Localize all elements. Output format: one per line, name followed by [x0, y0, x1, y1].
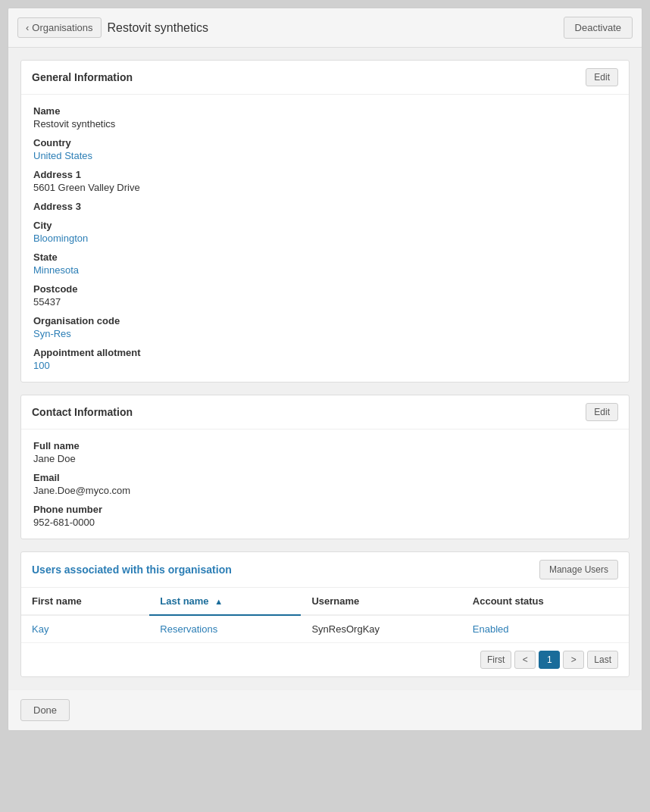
general-info-edit-button[interactable]: Edit: [586, 68, 618, 86]
field-label-name: Name: [33, 105, 617, 117]
header-bar: ‹ Organisations Restovit synthetics Deac…: [8, 8, 642, 48]
field-address1: Address 1 5601 Green Valley Drive: [33, 169, 617, 193]
pagination-last-button[interactable]: Last: [587, 651, 618, 669]
field-value-fullname: Jane Doe: [33, 453, 617, 464]
field-label-org-code: Organisation code: [33, 315, 617, 326]
field-label-city: City: [33, 220, 617, 231]
field-value-org-code[interactable]: Syn-Res: [33, 328, 617, 339]
contact-info-header: Contact Information Edit: [21, 395, 629, 429]
col-last-name-label: Last name: [160, 595, 208, 607]
header-left: ‹ Organisations Restovit synthetics: [17, 17, 208, 38]
field-label-address1: Address 1: [33, 169, 617, 180]
field-value-name: Restovit synthetics: [33, 118, 617, 130]
general-info-title: General Information: [32, 71, 133, 83]
field-name: Name Restovit synthetics: [33, 105, 617, 130]
pagination-first-button[interactable]: First: [480, 651, 511, 669]
field-value-city[interactable]: Bloomington: [33, 233, 617, 244]
pagination-prev-button[interactable]: <: [514, 651, 536, 669]
page-container: ‹ Organisations Restovit synthetics Deac…: [8, 8, 642, 731]
col-account-status[interactable]: Account status: [462, 588, 629, 615]
users-section-title: Users associated with this organisation: [32, 564, 232, 576]
general-info-card: General Information Edit Name Restovit s…: [20, 60, 630, 383]
manage-users-button[interactable]: Manage Users: [539, 560, 618, 579]
table-header-row: First name Last name ▲ Username Account …: [21, 588, 629, 615]
field-address3: Address 3: [33, 201, 617, 212]
field-value-country[interactable]: United States: [33, 150, 617, 161]
col-username-label: Username: [311, 595, 359, 607]
col-username[interactable]: Username: [301, 588, 461, 615]
field-phone: Phone number 952-681-0000: [33, 504, 617, 528]
back-button[interactable]: ‹ Organisations: [17, 17, 102, 38]
field-value-postcode: 55437: [33, 296, 617, 308]
contact-info-edit-button[interactable]: Edit: [586, 403, 618, 421]
pagination: First < 1 > Last: [21, 643, 629, 676]
done-button[interactable]: Done: [20, 699, 70, 721]
field-postcode: Postcode 55437: [33, 283, 617, 308]
field-label-postcode: Postcode: [33, 283, 617, 295]
general-info-body: Name Restovit synthetics Country United …: [21, 95, 629, 382]
field-value-address1: 5601 Green Valley Drive: [33, 182, 617, 193]
contact-info-card: Contact Information Edit Full name Jane …: [20, 395, 630, 539]
field-value-appointment-allotment[interactable]: 100: [33, 360, 617, 371]
field-appointment-allotment: Appointment allotment 100: [33, 347, 617, 371]
pagination-next-button[interactable]: >: [563, 651, 584, 669]
field-label-state: State: [33, 251, 617, 263]
field-fullname: Full name Jane Doe: [33, 440, 617, 464]
field-value-email: Jane.Doe@myco.com: [33, 485, 617, 496]
table-row: Kay Reservations SynResOrgKay Enabled: [21, 615, 629, 643]
field-state: State Minnesota: [33, 251, 617, 276]
field-label-phone: Phone number: [33, 504, 617, 515]
page-title: Restovit synthetics: [108, 21, 208, 35]
deactivate-button[interactable]: Deactivate: [564, 17, 633, 39]
col-last-name[interactable]: Last name ▲: [149, 588, 301, 615]
col-account-status-label: Account status: [473, 595, 544, 607]
field-country: Country United States: [33, 137, 617, 161]
cell-last-name[interactable]: Reservations: [149, 615, 301, 643]
field-email: Email Jane.Doe@myco.com: [33, 472, 617, 496]
cell-first-name[interactable]: Kay: [21, 615, 149, 643]
back-label: Organisations: [32, 22, 92, 33]
cell-account-status: Enabled: [462, 615, 629, 643]
field-label-address3: Address 3: [33, 201, 617, 212]
users-card-header: Users associated with this organisation …: [21, 552, 629, 588]
field-value-state[interactable]: Minnesota: [33, 264, 617, 276]
sort-up-icon: ▲: [214, 597, 223, 606]
field-org-code: Organisation code Syn-Res: [33, 315, 617, 339]
chevron-left-icon: ‹: [26, 22, 29, 33]
users-table-container: First name Last name ▲ Username Account …: [21, 588, 629, 643]
cell-username: SynResOrgKay: [301, 615, 461, 643]
field-label-appointment-allotment: Appointment allotment: [33, 347, 617, 358]
users-card: Users associated with this organisation …: [20, 551, 630, 677]
field-label-country: Country: [33, 137, 617, 148]
field-city: City Bloomington: [33, 220, 617, 244]
general-info-header: General Information Edit: [21, 61, 629, 95]
contact-info-body: Full name Jane Doe Email Jane.Doe@myco.c…: [21, 429, 629, 539]
pagination-page-1-button[interactable]: 1: [539, 651, 560, 669]
field-label-email: Email: [33, 472, 617, 483]
footer-bar: Done: [8, 689, 642, 730]
field-value-phone: 952-681-0000: [33, 517, 617, 528]
field-label-fullname: Full name: [33, 440, 617, 451]
col-first-name[interactable]: First name: [21, 588, 149, 615]
main-content: General Information Edit Name Restovit s…: [8, 48, 642, 689]
col-first-name-label: First name: [32, 595, 82, 607]
contact-info-title: Contact Information: [32, 406, 133, 418]
users-table: First name Last name ▲ Username Account …: [21, 588, 629, 643]
